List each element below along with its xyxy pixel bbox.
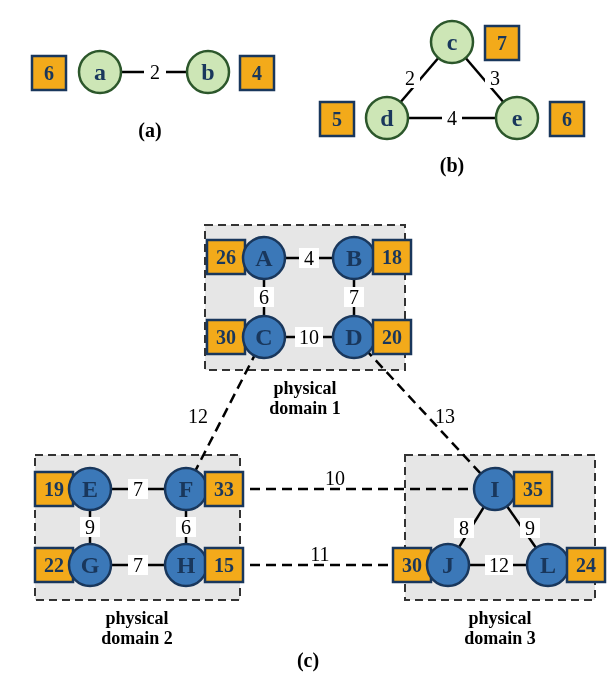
edge-C-D-label: 10 (299, 326, 319, 348)
domain-2-label-a: physical (105, 608, 168, 628)
node-A-label: A (255, 245, 273, 271)
node-C-label: C (255, 324, 272, 350)
node-J-label: J (442, 552, 454, 578)
cap-F: 33 (214, 478, 234, 500)
cap-L: 24 (576, 554, 596, 576)
edge-F-I-label: 10 (325, 467, 345, 489)
cap-b: 4 (252, 62, 262, 84)
edge-F-H-label: 6 (181, 516, 191, 538)
edge-A-B-label: 4 (304, 247, 314, 269)
cap-A: 26 (216, 246, 236, 268)
cap-G: 22 (44, 554, 64, 576)
edge-c-e-label: 3 (490, 67, 500, 89)
edge-C-F-label: 12 (188, 405, 208, 427)
caption-a: (a) (138, 119, 161, 142)
subgraph-c: 4 6 7 10 7 9 6 7 8 9 12 12 13 10 11 26 A… (35, 225, 605, 672)
domain-2-label-b: domain 2 (101, 628, 173, 648)
edge-d-e-label: 4 (447, 107, 457, 129)
edge-A-C-label: 6 (259, 286, 269, 308)
subgraph-b: 2 3 4 c 7 5 d e 6 (b) (320, 21, 584, 177)
node-F-label: F (179, 476, 194, 502)
edge-B-D-label: 7 (349, 286, 359, 308)
node-D-label: D (345, 324, 362, 350)
node-H-label: H (177, 552, 196, 578)
cap-a: 6 (44, 62, 54, 84)
edge-I-J-label: 8 (459, 517, 469, 539)
node-e-label: e (512, 105, 523, 131)
domain-1-label-a: physical (273, 378, 336, 398)
cap-B: 18 (382, 246, 402, 268)
domain-1-label-b: domain 1 (269, 398, 341, 418)
edge-E-F-label: 7 (133, 478, 143, 500)
cap-d: 5 (332, 108, 342, 130)
node-c-label: c (447, 29, 458, 55)
edge-E-G-label: 9 (85, 516, 95, 538)
caption-c: (c) (297, 649, 319, 672)
edge-D-I-label: 13 (435, 405, 455, 427)
edge-H-J-label: 11 (310, 543, 329, 565)
edge-J-L-label: 12 (489, 554, 509, 576)
cap-H: 15 (214, 554, 234, 576)
subgraph-a: 2 6 a b 4 (a) (32, 51, 274, 142)
domain-3-label-b: domain 3 (464, 628, 536, 648)
node-a-label: a (94, 59, 106, 85)
node-d-label: d (380, 105, 394, 131)
diagram-svg: 2 6 a b 4 (a) 2 3 4 c 7 5 d (0, 0, 616, 684)
cap-D: 20 (382, 326, 402, 348)
edge-c-d-label: 2 (405, 67, 415, 89)
cap-J: 30 (402, 554, 422, 576)
node-B-label: B (346, 245, 362, 271)
cap-e: 6 (562, 108, 572, 130)
edge-I-L-label: 9 (525, 517, 535, 539)
cap-c: 7 (497, 32, 507, 54)
node-G-label: G (81, 552, 100, 578)
node-b-label: b (201, 59, 214, 85)
edge-a-b-label: 2 (150, 61, 160, 83)
node-L-label: L (540, 552, 556, 578)
node-I-label: I (490, 476, 499, 502)
cap-I: 35 (523, 478, 543, 500)
caption-b: (b) (440, 154, 464, 177)
domain-3-label-a: physical (468, 608, 531, 628)
cap-C: 30 (216, 326, 236, 348)
node-E-label: E (82, 476, 98, 502)
cap-E: 19 (44, 478, 64, 500)
edge-G-H-label: 7 (133, 554, 143, 576)
